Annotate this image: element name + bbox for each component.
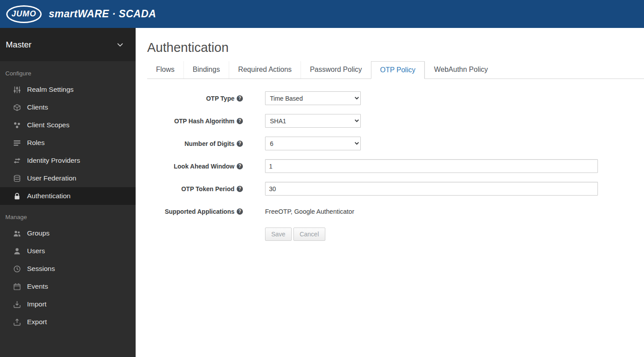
page-title: Authentication	[147, 40, 644, 55]
help-icon[interactable]	[237, 141, 243, 147]
sidebar-item-label: Clients	[27, 103, 48, 112]
sidebar-item-clients[interactable]: Clients	[0, 98, 136, 116]
tab-flows[interactable]: Flows	[147, 61, 183, 78]
sidebar-item-label: User Federation	[27, 174, 76, 183]
form-row-supported-applications: Supported Applications FreeOTP, Google A…	[147, 204, 644, 218]
look-ahead-window-label: Look Ahead Window	[174, 163, 234, 170]
form-row-look-ahead-window: Look Ahead Window	[147, 159, 644, 173]
help-icon[interactable]	[237, 118, 243, 124]
otp-type-select[interactable]: Time Based	[265, 91, 361, 105]
help-icon[interactable]	[237, 163, 243, 169]
look-ahead-window-input[interactable]	[265, 159, 598, 173]
form-row-otp-type: OTP Type Time Based	[147, 91, 644, 105]
otp-policy-form: OTP Type Time Based OTP Hash Algorithm S…	[147, 91, 644, 241]
sidebar-item-label: Export	[27, 318, 47, 326]
sidebar-item-sessions[interactable]: Sessions	[0, 260, 136, 278]
form-row-buttons: Save Cancel	[147, 227, 644, 241]
otp-token-period-label: OTP Token Period	[181, 185, 234, 192]
sidebar-item-import[interactable]: Import	[0, 295, 136, 313]
number-of-digits-select[interactable]: 6	[265, 137, 361, 150]
sliders-icon	[13, 86, 21, 94]
otp-token-period-input[interactable]	[265, 182, 598, 196]
sidebar-item-label: Groups	[27, 229, 50, 238]
number-of-digits-label: Number of Digits	[184, 140, 234, 147]
section-title-configure: Configure	[0, 61, 136, 81]
section-title-manage: Manage	[0, 205, 136, 224]
sidebar-item-export[interactable]: Export	[0, 313, 136, 331]
sidebar-item-label: Users	[27, 247, 45, 255]
sidebar-item-identity-providers[interactable]: Identity Providers	[0, 152, 136, 169]
sidebar-item-client-scopes[interactable]: Client Scopes	[0, 116, 136, 134]
calendar-icon	[13, 283, 21, 290]
exchange-arrows-icon	[13, 157, 21, 165]
sidebar-item-authentication[interactable]: Authentication	[0, 187, 136, 205]
jumo-logo-text: JUMO	[12, 9, 36, 19]
supported-applications-value: FreeOTP, Google Authenticator	[265, 208, 354, 215]
otp-hash-algorithm-label: OTP Hash Algorithm	[174, 118, 234, 125]
sidebar-item-events[interactable]: Events	[0, 278, 136, 295]
help-icon[interactable]	[237, 95, 243, 102]
database-icon	[13, 175, 21, 182]
tab-webauthn-policy[interactable]: WebAuthn Policy	[425, 61, 497, 78]
chevron-down-icon	[116, 41, 124, 49]
tab-bar: Flows Bindings Required Actions Password…	[147, 61, 644, 79]
import-icon	[13, 301, 21, 308]
sidebar-item-label: Import	[27, 300, 47, 309]
jumo-logo: JUMO	[6, 5, 42, 23]
save-button[interactable]: Save	[265, 228, 292, 241]
group-icon	[13, 230, 21, 237]
sidebar-item-label: Realm Settings	[27, 85, 74, 94]
sidebar-item-label: Roles	[27, 138, 45, 147]
help-icon[interactable]	[237, 186, 243, 192]
sidebar-item-groups[interactable]: Groups	[0, 224, 136, 242]
sidebar-item-label: Client Scopes	[27, 121, 70, 129]
sidebar: Master Configure Realm Settings Clients …	[0, 28, 136, 357]
tab-password-policy[interactable]: Password Policy	[301, 61, 371, 78]
realm-name: Master	[6, 40, 31, 50]
cube-icon	[13, 104, 21, 111]
sidebar-item-user-federation[interactable]: User Federation	[0, 169, 136, 187]
sidebar-item-label: Authentication	[27, 192, 70, 200]
form-row-number-of-digits: Number of Digits 6	[147, 137, 644, 150]
otp-type-label: OTP Type	[206, 95, 234, 102]
user-icon	[13, 247, 21, 255]
otp-hash-algorithm-select[interactable]: SHA1	[265, 114, 361, 128]
realm-selector[interactable]: Master	[0, 28, 136, 61]
sidebar-item-label: Identity Providers	[27, 156, 80, 165]
brand-title: smartWARE · SCADA	[49, 8, 156, 20]
sidebar-item-users[interactable]: Users	[0, 242, 136, 260]
app-header: JUMO smartWARE · SCADA	[0, 0, 644, 28]
main-content: Authentication Flows Bindings Required A…	[136, 28, 644, 357]
sidebar-item-realm-settings[interactable]: Realm Settings	[0, 81, 136, 98]
form-row-otp-token-period: OTP Token Period	[147, 182, 644, 196]
export-icon	[13, 318, 21, 326]
sidebar-item-roles[interactable]: Roles	[0, 134, 136, 152]
tab-otp-policy[interactable]: OTP Policy	[371, 61, 425, 79]
help-icon[interactable]	[237, 208, 243, 215]
lock-icon	[13, 192, 21, 200]
tab-required-actions[interactable]: Required Actions	[229, 61, 301, 78]
sidebar-item-label: Events	[27, 282, 48, 291]
cancel-button[interactable]: Cancel	[293, 228, 325, 241]
tab-bindings[interactable]: Bindings	[183, 61, 229, 78]
form-row-otp-hash-algorithm: OTP Hash Algorithm SHA1	[147, 114, 644, 128]
clock-icon	[13, 265, 21, 273]
sidebar-item-label: Sessions	[27, 264, 55, 273]
supported-applications-label: Supported Applications	[165, 208, 234, 215]
list-icon	[13, 139, 21, 147]
cluster-icon	[13, 122, 21, 129]
